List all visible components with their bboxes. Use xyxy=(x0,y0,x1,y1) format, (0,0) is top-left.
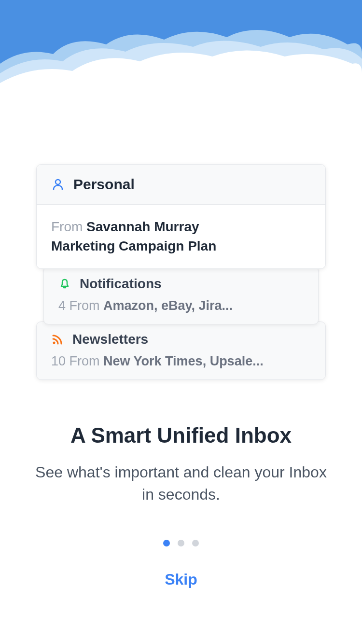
notifications-sources: Amazon, eBay, Jira... xyxy=(103,298,233,313)
newsletters-sources: New York Times, Upsale... xyxy=(103,354,264,368)
newsletters-header: Newsletters xyxy=(51,332,311,347)
pagination-dot-1[interactable] xyxy=(163,540,170,546)
personal-card: Personal From Savannah Murray Marketing … xyxy=(36,164,326,269)
notifications-count: 4 From xyxy=(58,298,103,313)
personal-card-title: Personal xyxy=(73,176,135,193)
newsletters-card: Newsletters 10 From New York Times, Upsa… xyxy=(36,322,326,380)
personal-card-header: Personal xyxy=(37,165,325,205)
rss-icon xyxy=(51,333,64,346)
email-from-line: From Savannah Murray xyxy=(51,219,311,235)
notifications-header: Notifications xyxy=(58,276,304,292)
email-subject: Marketing Campaign Plan xyxy=(51,238,311,254)
newsletters-title: Newsletters xyxy=(72,332,148,347)
newsletters-subtitle: 10 From New York Times, Upsale... xyxy=(51,354,311,369)
from-label: From xyxy=(51,219,86,234)
page-headline: A Smart Unified Inbox xyxy=(0,423,362,448)
pagination-dot-3[interactable] xyxy=(192,540,199,546)
inbox-cards-stack: Personal From Savannah Murray Marketing … xyxy=(31,164,331,380)
svg-point-0 xyxy=(56,180,60,184)
page-subheadline: See what's important and clean your Inbo… xyxy=(0,461,362,506)
svg-point-1 xyxy=(53,342,56,344)
sender-name: Savannah Murray xyxy=(86,219,199,234)
notifications-card: Notifications 4 From Amazon, eBay, Jira.… xyxy=(43,266,319,324)
newsletters-count: 10 From xyxy=(51,354,103,368)
person-icon xyxy=(51,178,65,191)
personal-card-body: From Savannah Murray Marketing Campaign … xyxy=(37,205,325,268)
bell-icon xyxy=(58,278,71,290)
notifications-title: Notifications xyxy=(80,276,162,292)
pagination-dots xyxy=(0,540,362,546)
notifications-subtitle: 4 From Amazon, eBay, Jira... xyxy=(58,298,304,313)
skip-button[interactable]: Skip xyxy=(0,571,362,588)
pagination-dot-2[interactable] xyxy=(178,540,184,546)
